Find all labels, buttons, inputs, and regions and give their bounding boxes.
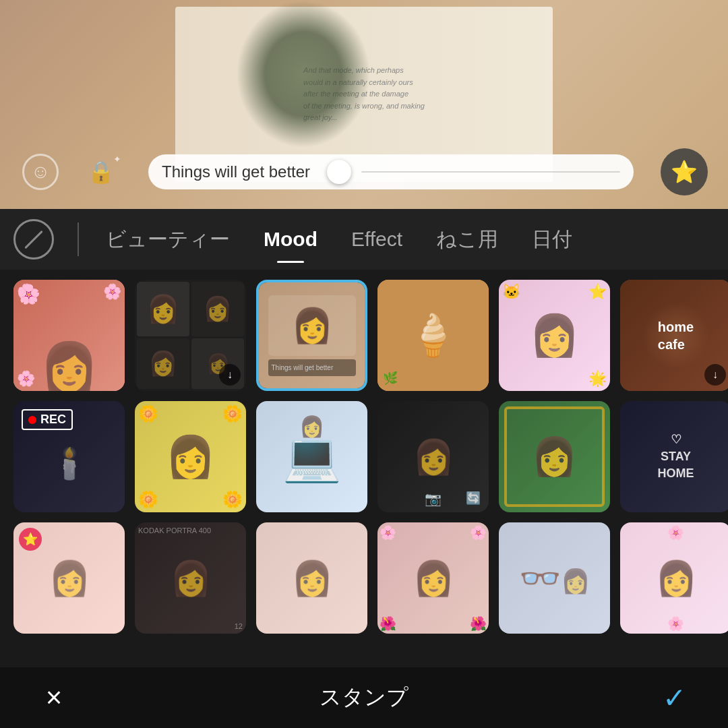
filter-collage[interactable]: 👩 👩 👩 👩 ↓ bbox=[135, 280, 246, 391]
slider-label: Things will get better bbox=[162, 162, 310, 181]
confirm-button[interactable]: ✓ bbox=[654, 677, 694, 718]
filter-pink-flowers[interactable]: 👩 🌸 🌸 🌺 🌺 bbox=[377, 522, 489, 634]
no-filter-button[interactable] bbox=[13, 219, 54, 260]
lock-toolbar-btn[interactable]: 🔒 ✦ bbox=[81, 152, 121, 192]
rose-decoration bbox=[236, 0, 371, 148]
filter-grid: 👩 🌸 🌸 🌸 👩 👩 👩 👩 ↓ 👩 bbox=[0, 270, 728, 644]
filter-laptop[interactable]: 💻 👩 bbox=[256, 401, 367, 512]
filter-rec[interactable]: REC 🕯️ bbox=[13, 401, 125, 512]
tab-divider bbox=[78, 222, 79, 256]
filter-gold-frame[interactable]: 👩 bbox=[499, 401, 610, 512]
filter-home-cafe[interactable]: homecafe ↓ bbox=[620, 280, 728, 391]
rec-badge: REC bbox=[22, 409, 73, 430]
preview-toolbar: ☺ 🔒 ✦ Things will get better ⭐ bbox=[20, 148, 708, 195]
filter-flower-girl[interactable]: 👩 🌸 🌸 🌸 bbox=[13, 280, 125, 391]
cancel-button[interactable]: × bbox=[34, 677, 74, 718]
filter-social-post[interactable]: 👩 Things will get better bbox=[256, 280, 367, 391]
filter-flower-frame2[interactable]: 👩 🌸 🌸 bbox=[620, 522, 728, 634]
favorites-button[interactable]: ⭐ bbox=[661, 148, 708, 195]
home-cafe-label: homecafe bbox=[658, 318, 694, 353]
face-icon: ☺ bbox=[22, 154, 59, 190]
preview-area: And that mode, which perhaps would in a … bbox=[0, 0, 728, 209]
slider-thumb[interactable] bbox=[327, 160, 351, 184]
tab-mood[interactable]: Mood bbox=[247, 221, 334, 257]
grid-row-2: REC 🕯️ 👩 🌼 🌼 🌼 🌼 💻 👩 bbox=[13, 401, 715, 512]
no-filter-icon bbox=[24, 230, 43, 249]
filter-tabs: ビューティー Mood Effect ねこ用 日付 bbox=[0, 209, 728, 270]
filter-glasses[interactable]: 👓 👩 bbox=[499, 522, 610, 634]
favorite-star-badge: ⭐ bbox=[19, 528, 42, 551]
download-icon: ↓ bbox=[219, 364, 241, 386]
lock-icon: 🔒 ✦ bbox=[88, 159, 115, 185]
cancel-icon: × bbox=[46, 681, 63, 714]
filter-camera-frame[interactable]: 👩 📷 🔄 bbox=[377, 401, 489, 512]
tab-neko[interactable]: ねこ用 bbox=[419, 219, 515, 260]
filter-cork[interactable]: 🍦 🌿 bbox=[377, 280, 489, 391]
tab-beauty[interactable]: ビューティー bbox=[89, 219, 247, 260]
tab-date[interactable]: 日付 bbox=[515, 219, 589, 260]
filter-yellow-flowers[interactable]: 👩 🌼 🌼 🌼 🌼 bbox=[135, 401, 246, 512]
slider-track bbox=[361, 171, 620, 173]
tab-effect[interactable]: Effect bbox=[334, 221, 419, 257]
filter-film[interactable]: 👩 KODAK PORTRA 400 12 bbox=[135, 522, 246, 634]
download-icon: ↓ bbox=[704, 364, 726, 386]
text-slider[interactable]: Things will get better bbox=[148, 154, 634, 189]
confirm-icon: ✓ bbox=[663, 681, 686, 715]
filter-blank[interactable]: 👩 bbox=[256, 522, 367, 634]
face-toolbar-btn[interactable]: ☺ bbox=[20, 152, 61, 192]
sparkle-icon: ✦ bbox=[113, 154, 121, 164]
grid-row-3: ⭐ 👩 👩 KODAK PORTRA 400 12 👩 👩 🌸 🌸 bbox=[13, 522, 715, 634]
filter-stay-home[interactable]: ♡STAYHOME bbox=[620, 401, 728, 512]
bottom-title: スタンプ bbox=[320, 683, 408, 712]
filter-cat-girl[interactable]: 👩 🐱 ⭐ 🌟 bbox=[499, 280, 610, 391]
grid-row-1: 👩 🌸 🌸 🌸 👩 👩 👩 👩 ↓ 👩 bbox=[13, 280, 715, 391]
star-icon: ⭐ bbox=[671, 159, 698, 185]
bottom-action-bar: × スタンプ ✓ bbox=[0, 667, 728, 728]
filter-star-pink[interactable]: ⭐ 👩 bbox=[13, 522, 125, 634]
